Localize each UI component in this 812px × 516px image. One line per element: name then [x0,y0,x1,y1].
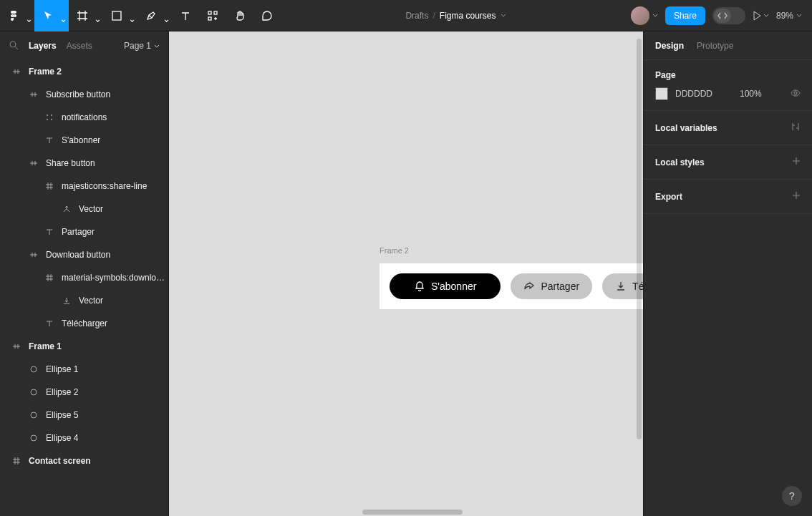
code-icon [717,12,728,19]
chevron-down-icon [652,14,658,17]
text-icon [44,318,54,328]
ellipse-icon [29,364,39,374]
canvas-frame-2[interactable]: S'abonner Partager Télécharger [380,263,643,309]
page-background-row[interactable]: DDDDDD 100% [655,87,801,100]
layer-frame-1[interactable]: Frame 1 [0,335,168,358]
move-tool-button[interactable] [34,0,69,31]
play-icon [753,11,761,21]
component-instance-icon [44,112,54,122]
cursor-icon [42,10,54,21]
svg-point-7 [47,119,48,120]
page-section-title: Page [655,70,801,80]
share-pill-label: Partager [541,281,579,292]
comment-icon [261,10,273,21]
tab-prototype[interactable]: Prototype [697,41,733,51]
layer-share-icon-frame[interactable]: majesticons:share-line [0,175,168,198]
canvas[interactable]: Frame 2 S'abonner Partager Télécharger [169,31,643,516]
autolayout-icon [29,250,39,260]
chevron-down-icon [154,44,160,48]
svg-point-4 [10,42,16,47]
layer-download-button[interactable]: Download button [0,243,168,266]
layer-subscribe-button[interactable]: Subscribe button [0,83,168,106]
toolbar-left-tools [0,0,281,31]
chevron-down-icon[interactable] [501,14,506,17]
figma-logo-icon [8,10,19,21]
svg-rect-1 [208,11,211,14]
svg-point-13 [794,92,797,94]
share-pill-button[interactable]: Partager [511,273,592,299]
svg-point-12 [31,435,37,441]
svg-point-5 [47,115,48,116]
breadcrumb-current[interactable]: Figma courses [440,11,496,21]
zoom-display[interactable]: 89% [776,11,802,21]
text-icon [44,135,54,145]
layer-share-vector[interactable]: Vector [0,198,168,220]
frame-icon [11,456,21,466]
tab-layers[interactable]: Layers [29,41,57,51]
hand-icon [234,10,246,21]
layer-telecharger-text[interactable]: Télécharger [0,312,168,335]
text-tool-button[interactable] [172,0,199,31]
search-icon[interactable] [9,40,19,52]
local-variables-row[interactable]: Local variables [644,111,812,145]
subscribe-pill-button[interactable]: S'abonner [390,273,501,299]
layer-contact-screen[interactable]: Contact screen [0,449,168,472]
layer-notifications[interactable]: notifications [0,106,168,129]
page-selector[interactable]: Page 1 [124,41,160,51]
page-bg-opacity[interactable]: 100% [740,89,762,99]
tab-assets[interactable]: Assets [67,41,92,51]
page-bg-swatch[interactable] [655,87,668,100]
layer-ellipse-5[interactable]: Ellipse 5 [0,404,168,427]
vertical-scrollbar[interactable] [637,39,642,439]
frame-label[interactable]: Frame 2 [380,246,409,258]
page-bg-hex[interactable]: DDDDDD [675,89,712,99]
breadcrumb-root[interactable]: Drafts [405,11,428,21]
svg-point-8 [51,119,52,120]
layer-download-icon-frame[interactable]: material-symbols:downlo… [0,266,168,289]
autolayout-icon [11,341,21,351]
ellipse-icon [29,433,39,443]
avatar-menu[interactable] [631,6,658,25]
bell-icon [414,281,425,292]
frame-tool-button[interactable] [69,0,103,31]
layer-download-vector[interactable]: Vector [0,289,168,312]
sliders-icon [791,122,801,134]
layer-sabonner-text[interactable]: S'abonner [0,129,168,152]
chevron-down-icon [796,14,802,17]
breadcrumb[interactable]: Drafts / Figma courses [281,11,631,21]
subscribe-pill-label: S'abonner [431,281,476,292]
chevron-down-icon [61,14,66,17]
right-panel-header: Design Prototype [644,31,812,60]
autolayout-icon [29,158,39,168]
horizontal-scrollbar[interactable] [362,510,463,515]
page-section: Page DDDDDD 100% [644,60,812,111]
shape-tool-button[interactable] [103,0,137,31]
share-button[interactable]: Share [665,6,705,25]
autolayout-icon [29,89,39,99]
resources-button[interactable] [199,0,226,31]
hand-tool-button[interactable] [226,0,253,31]
frame-icon [44,181,54,191]
tab-design[interactable]: Design [655,41,684,51]
eye-icon[interactable] [791,89,801,99]
svg-rect-2 [214,11,217,14]
local-styles-row[interactable]: Local styles [644,145,812,180]
toolbar-right: Share 89% [631,6,812,25]
plugins-icon [207,10,218,21]
layer-ellipse-1[interactable]: Ellipse 1 [0,358,168,381]
comment-tool-button[interactable] [253,0,281,31]
layer-frame-2[interactable]: Frame 2 [0,60,168,83]
vector-icon [62,204,72,214]
layer-ellipse-2[interactable]: Ellipse 2 [0,381,168,404]
dev-mode-toggle[interactable] [712,7,745,24]
export-row[interactable]: Export [644,180,812,214]
help-button[interactable]: ? [782,486,802,506]
layer-partager-text[interactable]: Partager [0,220,168,243]
main-menu-button[interactable] [0,0,34,31]
pen-tool-button[interactable] [137,0,172,31]
chevron-down-icon [95,14,100,17]
present-button[interactable] [753,11,769,21]
layer-ellipse-4[interactable]: Ellipse 4 [0,427,168,449]
avatar [631,6,649,25]
layer-share-button[interactable]: Share button [0,152,168,175]
